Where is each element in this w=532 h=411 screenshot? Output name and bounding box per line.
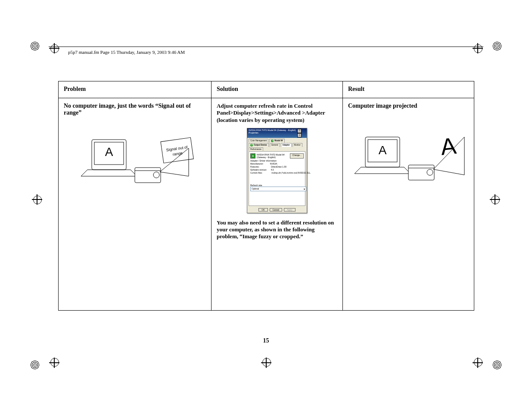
svg-text:Signal out of: Signal out of: [166, 145, 188, 152]
help-icon[interactable]: ?: [297, 129, 302, 133]
crop-target-icon: [459, 344, 485, 370]
registration-mark: [476, 41, 502, 67]
table-row: No computer image, just the words “Signa…: [59, 98, 474, 311]
change-button[interactable]: Change...: [290, 153, 304, 159]
crop-target-icon: [459, 41, 485, 67]
cancel-button[interactable]: Cancel: [270, 208, 283, 212]
svg-rect-4: [135, 168, 161, 183]
tab-general[interactable]: General: [270, 143, 280, 147]
solution-text: Adjust computer refresh rate in Control …: [217, 103, 337, 124]
dialog-tabs: Color Management ?Model 64 ?Output Devic…: [247, 138, 307, 151]
close-icon[interactable]: x: [297, 133, 302, 137]
problem-illustration: A Signal out of: [79, 127, 191, 191]
result-cell: Computer image projected A: [343, 98, 474, 311]
col-header-problem: Problem: [59, 81, 212, 98]
svg-marker-0: [81, 170, 137, 176]
svg-text:A: A: [105, 145, 113, 159]
svg-text:A: A: [439, 132, 457, 159]
adapter-properties-dialog: NVIDIA RIVA TNT2 Model 64 (Gateway - Eng…: [247, 128, 307, 213]
svg-rect-14: [408, 165, 434, 180]
dialog-title: NVIDIA RIVA TNT2 Model 64 (Gateway - Eng…: [249, 129, 297, 137]
solution-cell: Adjust computer refresh rate in Control …: [212, 98, 343, 311]
tab-output-device[interactable]: ?Output Device: [249, 143, 269, 147]
tab-monitor[interactable]: Monitor: [292, 143, 302, 147]
tab-adapter[interactable]: Adapter: [281, 143, 292, 147]
apply-button[interactable]: Apply: [284, 208, 296, 212]
svg-marker-10: [355, 167, 411, 174]
tab-model[interactable]: ?Model 64: [269, 139, 284, 143]
crop-target-icon: [47, 344, 73, 370]
section-label: Adapter / Driver information: [250, 159, 304, 162]
running-head: p5p7 manual.fm Page 15 Thursday, January…: [68, 50, 185, 55]
tab-performance[interactable]: Performance: [249, 147, 263, 151]
refresh-rate-select[interactable]: Optimal: [250, 187, 306, 191]
problem-cell: No computer image, just the words “Signa…: [59, 98, 212, 311]
registration-mark: [476, 344, 502, 370]
result-text: Computer image projected: [348, 103, 469, 109]
crop-target-icon: [30, 193, 56, 218]
result-illustration: A A: [352, 120, 464, 184]
crop-target-icon: [476, 193, 502, 218]
adapter-name: NVIDIA RIVA TNT2 Model 64 (Gateway - Eng…: [257, 153, 289, 159]
col-header-solution: Solution: [212, 81, 343, 98]
registration-mark: [30, 41, 56, 67]
ok-button[interactable]: OK: [258, 208, 268, 212]
svg-text:range: range: [172, 151, 183, 156]
dialog-titlebar: NVIDIA RIVA TNT2 Model 64 (Gateway - Eng…: [247, 128, 307, 138]
crop-target-icon: [258, 344, 283, 370]
troubleshooting-table-wrapper: Problem Solution Result No computer imag…: [58, 81, 474, 311]
problem-text: No computer image, just the words “Signa…: [64, 103, 206, 116]
solution-text-2: You may also need to set a different res…: [217, 219, 337, 240]
registration-mark: [30, 344, 56, 370]
tab-color-management[interactable]: Color Management: [249, 139, 268, 143]
window-controls: ? x: [297, 129, 305, 137]
troubleshooting-table: Problem Solution Result No computer imag…: [58, 81, 474, 311]
adapter-icon: ❖: [250, 153, 255, 159]
svg-text:A: A: [379, 143, 387, 157]
col-header-result: Result: [343, 81, 474, 98]
header-rule: [49, 47, 483, 47]
page-number: 15: [0, 337, 532, 344]
